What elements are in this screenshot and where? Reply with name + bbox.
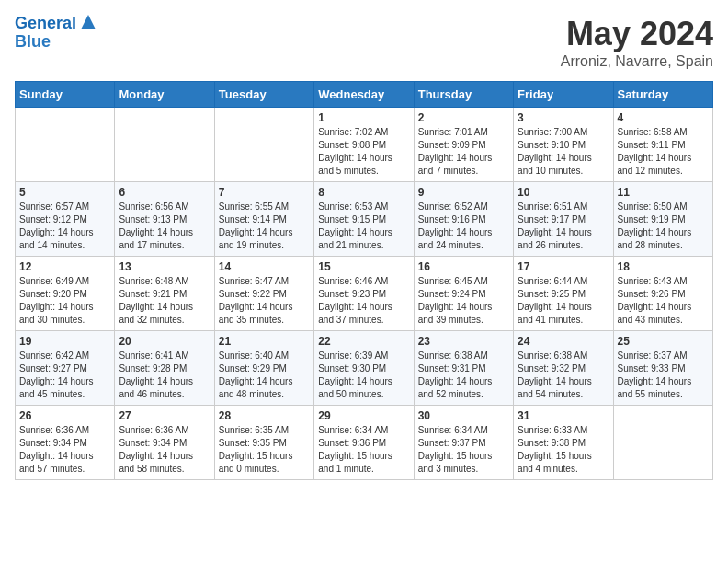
calendar-week-row: 19Sunrise: 6:42 AM Sunset: 9:27 PM Dayli…: [16, 331, 713, 406]
day-header-tuesday: Tuesday: [214, 82, 313, 108]
day-number: 17: [518, 260, 609, 273]
logo-blue-text: Blue: [15, 33, 51, 52]
calendar-week-row: 12Sunrise: 6:49 AM Sunset: 9:20 PM Dayli…: [16, 257, 713, 331]
day-number: 13: [119, 260, 210, 273]
day-header-sunday: Sunday: [16, 82, 115, 108]
calendar-week-row: 1Sunrise: 7:02 AM Sunset: 9:08 PM Daylig…: [16, 108, 713, 182]
day-number: 14: [219, 260, 310, 273]
day-number: 2: [418, 111, 509, 124]
day-header-thursday: Thursday: [414, 82, 513, 108]
day-content: Sunrise: 6:48 AM Sunset: 9:21 PM Dayligh…: [119, 275, 210, 327]
day-number: 5: [19, 186, 110, 199]
day-content: Sunrise: 6:39 AM Sunset: 9:30 PM Dayligh…: [318, 350, 409, 401]
calendar-cell: 27Sunrise: 6:36 AM Sunset: 9:34 PM Dayli…: [115, 406, 214, 480]
day-content: Sunrise: 6:36 AM Sunset: 9:34 PM Dayligh…: [19, 424, 110, 476]
title-section: May 2024 Arroniz, Navarre, Spain: [561, 15, 713, 70]
day-content: Sunrise: 6:34 AM Sunset: 9:36 PM Dayligh…: [318, 424, 409, 476]
day-content: Sunrise: 7:00 AM Sunset: 9:10 PM Dayligh…: [518, 126, 609, 178]
day-content: Sunrise: 6:57 AM Sunset: 9:12 PM Dayligh…: [19, 201, 110, 252]
day-content: Sunrise: 6:58 AM Sunset: 9:11 PM Dayligh…: [618, 126, 709, 178]
day-content: Sunrise: 6:42 AM Sunset: 9:27 PM Dayligh…: [19, 350, 110, 401]
day-number: 4: [618, 111, 709, 124]
calendar-cell: 23Sunrise: 6:38 AM Sunset: 9:31 PM Dayli…: [414, 331, 513, 406]
logo-text: General: [15, 15, 76, 33]
calendar-cell: 18Sunrise: 6:43 AM Sunset: 9:26 PM Dayli…: [613, 257, 712, 331]
day-content: Sunrise: 6:45 AM Sunset: 9:24 PM Dayligh…: [418, 275, 509, 327]
calendar-cell: 4Sunrise: 6:58 AM Sunset: 9:11 PM Daylig…: [613, 108, 712, 182]
day-content: Sunrise: 6:47 AM Sunset: 9:22 PM Dayligh…: [219, 275, 310, 327]
day-number: 18: [618, 260, 709, 273]
day-number: 29: [318, 409, 409, 422]
calendar-cell: 15Sunrise: 6:46 AM Sunset: 9:23 PM Dayli…: [314, 257, 414, 331]
day-content: Sunrise: 6:36 AM Sunset: 9:34 PM Dayligh…: [119, 424, 210, 476]
day-content: Sunrise: 6:37 AM Sunset: 9:33 PM Dayligh…: [618, 350, 709, 401]
calendar-cell: [115, 108, 214, 182]
day-number: 7: [219, 186, 310, 199]
day-number: 21: [219, 335, 310, 348]
calendar-cell: 22Sunrise: 6:39 AM Sunset: 9:30 PM Dayli…: [314, 331, 414, 406]
calendar-cell: 7Sunrise: 6:55 AM Sunset: 9:14 PM Daylig…: [214, 182, 313, 257]
day-number: 9: [418, 186, 509, 199]
calendar-table: SundayMondayTuesdayWednesdayThursdayFrid…: [15, 81, 713, 480]
day-number: 12: [19, 260, 110, 273]
calendar-cell: 2Sunrise: 7:01 AM Sunset: 9:09 PM Daylig…: [414, 108, 513, 182]
day-number: 25: [618, 335, 709, 348]
calendar-cell: 20Sunrise: 6:41 AM Sunset: 9:28 PM Dayli…: [115, 331, 214, 406]
day-content: Sunrise: 6:34 AM Sunset: 9:37 PM Dayligh…: [418, 424, 509, 476]
day-content: Sunrise: 6:43 AM Sunset: 9:26 PM Dayligh…: [618, 275, 709, 327]
calendar-cell: 11Sunrise: 6:50 AM Sunset: 9:19 PM Dayli…: [613, 182, 712, 257]
day-header-friday: Friday: [514, 82, 613, 108]
calendar-cell: 31Sunrise: 6:33 AM Sunset: 9:38 PM Dayli…: [514, 406, 613, 480]
day-number: 31: [518, 409, 609, 422]
calendar-cell: 9Sunrise: 6:52 AM Sunset: 9:16 PM Daylig…: [414, 182, 513, 257]
calendar-cell: 14Sunrise: 6:47 AM Sunset: 9:22 PM Dayli…: [214, 257, 313, 331]
day-number: 15: [318, 260, 409, 273]
day-number: 10: [518, 186, 609, 199]
day-number: 16: [418, 260, 509, 273]
calendar-cell: [16, 108, 115, 182]
day-number: 11: [618, 186, 709, 199]
day-content: Sunrise: 6:40 AM Sunset: 9:29 PM Dayligh…: [219, 350, 310, 401]
calendar-cell: 1Sunrise: 7:02 AM Sunset: 9:08 PM Daylig…: [314, 108, 414, 182]
calendar-week-row: 5Sunrise: 6:57 AM Sunset: 9:12 PM Daylig…: [16, 182, 713, 257]
day-number: 8: [318, 186, 409, 199]
day-number: 24: [518, 335, 609, 348]
day-content: Sunrise: 6:33 AM Sunset: 9:38 PM Dayligh…: [518, 424, 609, 476]
day-number: 3: [518, 111, 609, 124]
day-content: Sunrise: 6:35 AM Sunset: 9:35 PM Dayligh…: [219, 424, 310, 476]
day-number: 20: [119, 335, 210, 348]
day-content: Sunrise: 6:51 AM Sunset: 9:17 PM Dayligh…: [518, 201, 609, 252]
calendar-cell: 19Sunrise: 6:42 AM Sunset: 9:27 PM Dayli…: [16, 331, 115, 406]
day-number: 1: [318, 111, 409, 124]
calendar-cell: 10Sunrise: 6:51 AM Sunset: 9:17 PM Dayli…: [514, 182, 613, 257]
calendar-header-row: SundayMondayTuesdayWednesdayThursdayFrid…: [16, 82, 713, 108]
page-header: General Blue May 2024 Arroniz, Navarre, …: [15, 15, 713, 70]
day-content: Sunrise: 6:41 AM Sunset: 9:28 PM Dayligh…: [119, 350, 210, 401]
calendar-cell: 3Sunrise: 7:00 AM Sunset: 9:10 PM Daylig…: [514, 108, 613, 182]
day-content: Sunrise: 6:46 AM Sunset: 9:23 PM Dayligh…: [318, 275, 409, 327]
day-number: 22: [318, 335, 409, 348]
day-header-wednesday: Wednesday: [314, 82, 414, 108]
day-content: Sunrise: 6:55 AM Sunset: 9:14 PM Dayligh…: [219, 201, 310, 252]
day-number: 30: [418, 409, 509, 422]
calendar-cell: 21Sunrise: 6:40 AM Sunset: 9:29 PM Dayli…: [214, 331, 313, 406]
day-number: 27: [119, 409, 210, 422]
day-number: 28: [219, 409, 310, 422]
calendar-cell: 25Sunrise: 6:37 AM Sunset: 9:33 PM Dayli…: [613, 331, 712, 406]
day-content: Sunrise: 6:53 AM Sunset: 9:15 PM Dayligh…: [318, 201, 409, 252]
calendar-week-row: 26Sunrise: 6:36 AM Sunset: 9:34 PM Dayli…: [16, 406, 713, 480]
day-content: Sunrise: 6:44 AM Sunset: 9:25 PM Dayligh…: [518, 275, 609, 327]
day-content: Sunrise: 6:49 AM Sunset: 9:20 PM Dayligh…: [19, 275, 110, 327]
day-number: 26: [19, 409, 110, 422]
day-content: Sunrise: 6:50 AM Sunset: 9:19 PM Dayligh…: [618, 201, 709, 252]
day-number: 23: [418, 335, 509, 348]
calendar-cell: 5Sunrise: 6:57 AM Sunset: 9:12 PM Daylig…: [16, 182, 115, 257]
day-content: Sunrise: 7:02 AM Sunset: 9:08 PM Dayligh…: [318, 126, 409, 178]
calendar-cell: 28Sunrise: 6:35 AM Sunset: 9:35 PM Dayli…: [214, 406, 313, 480]
calendar-cell: 26Sunrise: 6:36 AM Sunset: 9:34 PM Dayli…: [16, 406, 115, 480]
day-content: Sunrise: 7:01 AM Sunset: 9:09 PM Dayligh…: [418, 126, 509, 178]
calendar-cell: [214, 108, 313, 182]
calendar-cell: 8Sunrise: 6:53 AM Sunset: 9:15 PM Daylig…: [314, 182, 414, 257]
day-number: 19: [19, 335, 110, 348]
day-content: Sunrise: 6:56 AM Sunset: 9:13 PM Dayligh…: [119, 201, 210, 252]
